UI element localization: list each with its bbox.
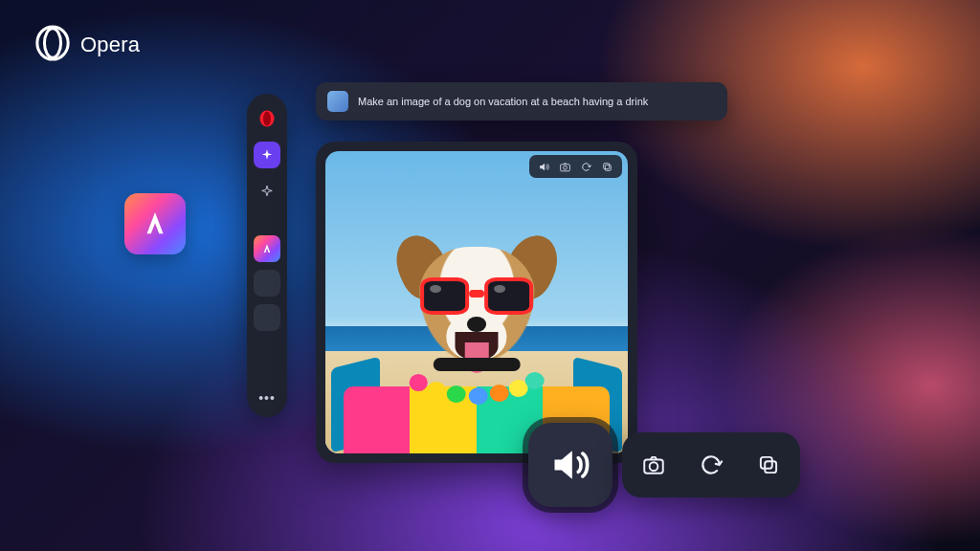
copy-button[interactable] — [754, 451, 783, 479]
card-mini-toolbar — [529, 155, 622, 178]
refresh-icon[interactable] — [580, 161, 592, 173]
sidebar-more-button[interactable]: ••• — [258, 390, 276, 406]
prompt-text: Make an image of a dog on vacation at a … — [358, 96, 648, 107]
copy-icon[interactable] — [601, 161, 613, 173]
camera-button[interactable] — [639, 451, 668, 479]
generated-image[interactable] — [325, 151, 628, 453]
action-toolbar — [528, 423, 800, 507]
aria-app-icon[interactable] — [124, 193, 186, 254]
sound-button[interactable] — [528, 423, 612, 507]
sidebar-item-ai[interactable] — [254, 142, 280, 168]
prompt-bar[interactable]: Make an image of a dog on vacation at a … — [316, 82, 727, 121]
sidebar-item-sparkle[interactable] — [254, 178, 280, 205]
sidebar-item-opera[interactable] — [254, 105, 280, 132]
sidebar-item-aria[interactable] — [254, 235, 280, 262]
svg-point-1 — [44, 29, 60, 57]
svg-rect-10 — [765, 461, 776, 473]
camera-icon[interactable] — [559, 161, 571, 173]
sidebar-slot-2[interactable] — [254, 304, 280, 331]
svg-rect-7 — [604, 163, 610, 168]
sidebar-slot-1[interactable] — [254, 270, 280, 297]
svg-point-5 — [564, 165, 568, 169]
svg-rect-11 — [761, 457, 772, 469]
svg-rect-6 — [605, 165, 611, 170]
opera-logo-icon — [34, 25, 71, 65]
sound-icon[interactable] — [538, 161, 550, 173]
svg-point-9 — [650, 462, 658, 471]
refresh-button[interactable] — [697, 451, 725, 479]
prompt-avatar-icon — [327, 91, 348, 112]
opera-logo-text: Opera — [80, 33, 140, 57]
svg-rect-4 — [561, 164, 570, 170]
opera-logo: Opera — [34, 25, 140, 65]
action-toolbar-rest — [622, 432, 800, 497]
svg-point-3 — [263, 112, 271, 126]
sidebar: ••• — [247, 94, 287, 417]
image-result-card — [316, 142, 637, 463]
svg-point-0 — [37, 27, 68, 59]
